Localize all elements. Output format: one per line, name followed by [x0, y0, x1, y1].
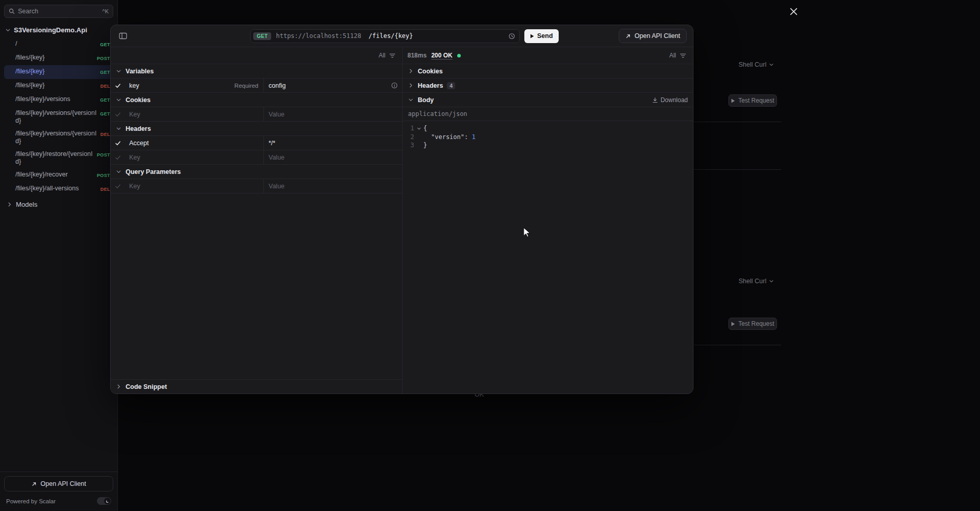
powered-by-label[interactable]: Powered by Scalar	[6, 498, 56, 504]
sidebar-item-files-get-selected[interactable]: /files/{key} GET	[4, 65, 113, 79]
value-placeholder: Value	[269, 111, 284, 118]
section-variables[interactable]: Variables	[111, 64, 402, 78]
chevron-down-icon	[769, 62, 774, 67]
checkbox-unchecked-icon[interactable]	[111, 107, 125, 121]
method-badge: GET	[100, 69, 110, 76]
section-title: Body	[418, 96, 434, 104]
sidebar-item-restore-post[interactable]: /files/{key}/restore/{versionId} POST	[4, 148, 113, 168]
open-api-client-button-sidebar[interactable]: Open API Client	[4, 476, 113, 492]
code-content: {	[423, 124, 427, 133]
cookie-key-cell[interactable]: Key	[125, 107, 263, 121]
checkbox-checked-icon[interactable]	[111, 78, 125, 92]
filter-icon	[389, 53, 396, 58]
cookie-value-cell[interactable]: Value	[263, 107, 402, 121]
send-button[interactable]: Send	[524, 29, 559, 43]
open-api-client-label: Open API Client	[40, 480, 86, 487]
line-number: 3	[406, 141, 414, 150]
line-number: 2	[406, 133, 414, 142]
section-code-snippet[interactable]: Code Snippet	[111, 379, 402, 394]
section-title: Cookies	[418, 68, 443, 75]
chevron-down-icon	[769, 279, 774, 284]
checkbox-unchecked-icon[interactable]	[111, 179, 125, 193]
close-icon[interactable]	[788, 6, 799, 16]
variable-value: config	[269, 82, 285, 89]
background-card-border	[694, 122, 781, 122]
response-pane: 818ms 200 OK All Cookies Headers	[403, 47, 693, 394]
checkbox-unchecked-icon[interactable]	[111, 150, 125, 164]
method-badge: GET	[100, 110, 110, 118]
download-label: Download	[661, 96, 688, 104]
response-filter-all[interactable]: All	[669, 52, 686, 59]
response-status-code[interactable]: 200 OK	[431, 52, 452, 59]
sidebar-item-root-get[interactable]: / GET	[4, 37, 113, 51]
section-query-parameters[interactable]: Query Parameters	[111, 165, 402, 179]
response-section-cookies[interactable]: Cookies	[403, 64, 693, 78]
address-bar[interactable]: GET https://localhost:51128 /files/{key}	[250, 29, 520, 43]
status-success-dot	[457, 54, 461, 57]
content-type-value: application/json	[408, 110, 467, 117]
test-request-label: Test Request	[738, 320, 774, 327]
query-key-cell[interactable]: Key	[125, 179, 263, 193]
filter-all-label: All	[379, 52, 385, 59]
open-api-client-button-top[interactable]: Open API Client	[619, 29, 687, 43]
header-value-cell[interactable]: Value	[263, 150, 402, 164]
dark-mode-toggle[interactable]	[97, 497, 111, 505]
method-badge: POST	[97, 151, 110, 159]
api-client-modal: GET https://localhost:51128 /files/{key}…	[110, 25, 693, 394]
sidebar-item-models[interactable]: Models	[0, 196, 117, 213]
sidebar-item-files-post[interactable]: /files/{key} POST	[4, 51, 113, 65]
section-headers[interactable]: Headers	[111, 122, 402, 136]
download-button[interactable]: Download	[652, 96, 688, 104]
background-snippet-language-select: Shell Curl	[739, 278, 774, 285]
json-key: "version"	[431, 133, 464, 141]
checkbox-checked-icon[interactable]	[111, 136, 125, 150]
query-value-cell[interactable]: Value	[263, 179, 402, 193]
chevron-down-icon	[5, 27, 11, 33]
sidebar-toggle-icon[interactable]	[117, 30, 129, 42]
play-icon	[731, 322, 735, 326]
section-cookies[interactable]: Cookies	[111, 93, 402, 107]
route-path: /files/{key}/all-versions	[15, 185, 97, 192]
background-test-request-button: Test Request	[728, 318, 777, 330]
request-filter-all[interactable]: All	[379, 52, 396, 59]
header-key-cell[interactable]: Key	[125, 150, 263, 164]
sidebar-item-versions-get[interactable]: /files/{key}/versions GET	[4, 93, 113, 107]
section-title: Query Parameters	[126, 168, 181, 175]
response-section-body[interactable]: Body Download	[403, 93, 693, 107]
download-icon	[652, 97, 658, 103]
value-placeholder: Value	[269, 154, 284, 161]
route-path: /files/{key}	[15, 68, 97, 75]
chevron-down-icon	[116, 68, 121, 74]
sidebar-group-s3versioningdemo-api[interactable]: S3VersioningDemo.Api	[0, 21, 117, 37]
section-title: Headers	[418, 82, 443, 89]
route-path: /files/{key}	[15, 82, 97, 89]
route-path: /files/{key}/versions	[15, 95, 97, 103]
fold-chevron-icon[interactable]	[414, 126, 423, 131]
search-input[interactable]: ^K	[4, 5, 113, 18]
method-badge: POST	[97, 55, 110, 63]
route-path: /files/{key}	[15, 54, 94, 62]
history-icon[interactable]	[508, 33, 515, 40]
info-icon[interactable]	[391, 82, 398, 89]
sidebar-item-all-versions-delete[interactable]: /files/{key}/all-versions DEL	[4, 182, 113, 196]
filter-all-label: All	[669, 52, 676, 59]
route-path: /	[15, 40, 97, 48]
route-path: /files/{key}/versions/{versionId}	[15, 109, 97, 125]
background-card-border	[694, 169, 781, 170]
sidebar-item-version-by-id-get[interactable]: /files/{key}/versions/{versionId} GET	[4, 107, 113, 127]
method-badge: DEL	[100, 186, 110, 193]
response-section-headers[interactable]: Headers 4	[403, 78, 693, 93]
header-value-cell[interactable]: */*	[263, 136, 402, 150]
json-number-value: 1	[472, 133, 475, 141]
filter-icon	[680, 53, 686, 58]
header-name-cell[interactable]: Accept	[125, 136, 263, 150]
route-path: /files/{key}/restore/{versionId}	[15, 150, 94, 166]
variable-value-cell[interactable]: config	[263, 78, 402, 92]
sidebar-item-files-delete[interactable]: /files/{key} DEL	[4, 79, 113, 93]
sidebar-item-recover-post[interactable]: /files/{key}/recover POST	[4, 168, 113, 182]
response-body-code[interactable]: 1 { 2 "version": 1 3 }	[403, 121, 693, 153]
sidebar-footer: Open API Client Powered by Scalar	[0, 471, 117, 511]
variable-name-cell[interactable]: key Required	[125, 78, 263, 92]
sidebar-item-version-by-id-delete[interactable]: /files/{key}/versions/{versionId} DEL	[4, 127, 113, 148]
search-field[interactable]	[18, 8, 99, 15]
